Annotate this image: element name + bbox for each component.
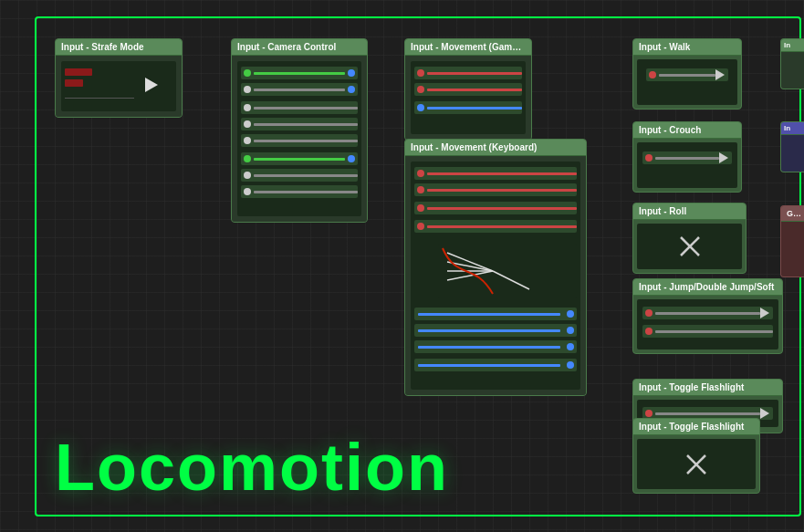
node-camera-control[interactable]: Input - Camera Control [231,38,368,223]
crouch-inner [637,142,737,188]
node-strafe-mode[interactable]: Input - Strafe Mode [55,38,183,118]
fl2-x-shape [684,452,709,477]
gp-pin-3 [417,104,424,111]
node-camera-control-header: Input - Camera Control [232,39,367,56]
gp-bar-1 [427,72,522,75]
roll-x-svg [677,234,703,259]
node-toggle-flashlight-2-body [633,435,759,493]
walk-inner [637,59,737,105]
bar-2 [254,89,345,91]
flashlight2-inner [637,439,756,489]
node-jump[interactable]: Input - Jump/Double Jump/Soft [632,278,783,354]
kb-bar-out1 [418,313,560,316]
crouch-arrow [719,152,728,163]
node-gamepad-body [405,56,531,140]
strafe-arrow [145,78,158,92]
node-partial-right-2-body [781,135,804,172]
strafe-bar-2 [65,79,83,87]
fl-arrow [760,408,769,419]
kb-bar-out3 [418,346,560,349]
gp-pin-1 [417,69,424,77]
node-roll-header: Input - Roll [633,203,746,220]
crouch-bar-1 [655,157,719,160]
node-keyboard-body [405,156,586,395]
pin-8 [244,155,251,162]
kb-pin-out2 [567,327,574,334]
kb-pin-out4 [567,361,574,369]
bar-5 [254,140,358,142]
node-partial-right-2: In [780,121,804,172]
bar-3 [254,107,358,110]
pin-5 [244,104,251,111]
gp-bar-2 [427,89,522,91]
kb-pin-out3 [567,343,574,350]
pin-3 [244,86,251,93]
node-gu-header: Gu... [781,206,804,222]
keyboard-inner [411,162,580,390]
node-movement-gamepad-header: Input - Movement (Gamepad) [405,39,531,56]
node-camera-body [232,56,367,222]
node-partial-right-1-body [781,52,804,89]
camera-inner [237,61,361,216]
kb-bar-3 [427,207,577,210]
kb-bar-2 [427,189,577,192]
node-toggle-flashlight-header: Input - Toggle Flashlight [633,380,782,396]
bar-1 [254,72,345,75]
bar-4 [254,123,358,126]
node-strafe-mode-body [56,56,182,117]
pin-6 [244,120,251,128]
node-walk[interactable]: Input - Walk [632,38,742,110]
kb-bar-out2 [418,329,560,332]
kb-pin-out1 [567,310,574,318]
kb-merge-area [438,244,577,298]
pin-1 [244,69,251,77]
kb-pin-4 [417,223,424,230]
strafe-line [65,98,134,99]
jump-pin-1 [645,309,653,317]
pin-4 [348,86,355,93]
kb-pin-3 [417,204,424,212]
pin-10 [244,172,251,179]
node-partial-right-2-header: In [781,122,804,135]
bar-7 [254,174,358,177]
gamepad-inner [411,61,526,134]
node-walk-body [633,56,741,109]
node-movement-gamepad[interactable]: Input - Movement (Gamepad) [404,38,532,141]
pin-7 [244,137,251,144]
jump-bar-2 [655,330,773,333]
node-gu-body [781,222,804,276]
strafe-bar-1 [65,68,92,76]
node-toggle-flashlight-2-header: Input - Toggle Flashlight [633,419,759,435]
walk-arrow [715,69,725,80]
gp-bar-3 [427,107,522,110]
node-jump-header: Input - Jump/Double Jump/Soft [633,279,782,296]
kb-wires-svg [438,244,577,298]
node-crouch-header: Input - Crouch [633,122,741,139]
gp-pin-2 [417,86,424,93]
node-walk-header: Input - Walk [633,39,741,56]
node-toggle-flashlight-2[interactable]: Input - Toggle Flashlight [632,418,760,494]
jump-inner [637,299,778,349]
walk-bar-1 [659,74,715,77]
bar-6 [254,158,345,161]
roll-inner [637,224,742,269]
kb-pin-2 [417,186,424,193]
jump-arrow [760,308,769,318]
bar-8 [254,191,358,193]
node-crouch-body [633,139,741,192]
kb-bar-out4 [418,364,560,367]
node-partial-right-1: In [780,38,804,89]
node-movement-keyboard-header: Input - Movement (Keyboard) [405,140,586,156]
node-strafe-mode-header: Input - Strafe Mode [56,39,182,56]
pin-2 [348,69,355,77]
walk-pin-1 [649,71,656,78]
node-roll[interactable]: Input - Roll [632,203,747,274]
kb-pin-1 [417,170,424,177]
pin-9 [348,155,355,162]
node-movement-keyboard[interactable]: Input - Movement (Keyboard) [404,139,587,396]
canvas: Input - Strafe Mode Input - Camera Contr… [0,0,804,532]
fl2-x-svg [684,452,709,477]
jump-pin-2 [645,328,653,335]
fl-bar-1 [655,412,760,415]
node-crouch[interactable]: Input - Crouch [632,121,742,193]
